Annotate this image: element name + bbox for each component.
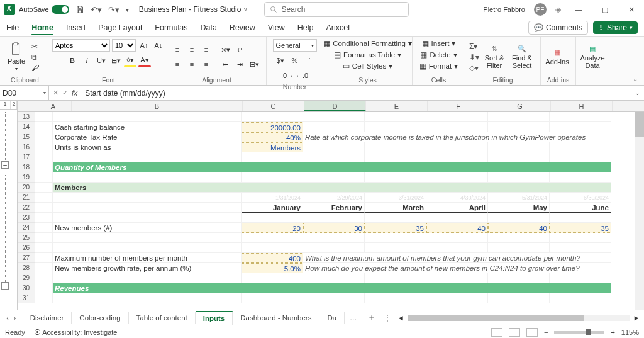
decrease-decimal-icon[interactable]: ←.0: [296, 69, 308, 82]
tab-review[interactable]: Review: [230, 23, 255, 32]
column-headers[interactable]: A B C D E F G H: [18, 101, 644, 112]
comments-button[interactable]: 💬 Comments: [528, 21, 588, 35]
sheet-tab-disclaimer[interactable]: Disclaimer: [23, 312, 72, 324]
qat-overflow-icon[interactable]: ▾: [126, 6, 129, 13]
horizontal-scrollbar[interactable]: ◄►: [394, 314, 644, 322]
format-cells-button[interactable]: ▦ Format ▾: [419, 62, 458, 70]
sort-filter-button[interactable]: ⇅ Sort & Filter: [482, 45, 507, 69]
view-page-break-icon[interactable]: [526, 328, 538, 337]
sheet-tabs-more-icon[interactable]: …: [345, 314, 362, 322]
save-icon[interactable]: [75, 5, 84, 14]
new-sheet-button[interactable]: ＋: [362, 312, 381, 324]
sheet-tab-dashboard-numbers[interactable]: Dashboard - Numbers: [233, 312, 319, 324]
sheet-tab-toc[interactable]: Table of content: [129, 312, 196, 324]
share-button[interactable]: ⇪ Share▾: [593, 21, 638, 34]
cut-icon[interactable]: ✂: [31, 42, 39, 51]
font-name-select[interactable]: Aptos: [52, 39, 110, 52]
currency-icon[interactable]: $▾: [274, 54, 287, 67]
comma-icon[interactable]: ʼ: [303, 54, 316, 67]
align-left-icon[interactable]: ≡: [171, 58, 184, 70]
sheet-tab-overflow[interactable]: Da: [319, 312, 345, 324]
undo-icon[interactable]: ↶▾: [91, 5, 102, 14]
tab-arixcel[interactable]: Arixcel: [326, 23, 350, 32]
diamond-icon[interactable]: ◈: [555, 5, 561, 14]
tab-data[interactable]: Data: [200, 23, 216, 32]
minimize-button[interactable]: —: [570, 1, 587, 18]
sheet-prev-icon[interactable]: ‹: [6, 314, 9, 322]
align-middle-icon[interactable]: ≡: [186, 43, 198, 56]
maximize-button[interactable]: ▢: [596, 1, 614, 18]
outline-gutter[interactable]: – –: [0, 112, 11, 310]
cell-styles-button[interactable]: ▭ Cell Styles ▾: [343, 62, 392, 70]
align-bottom-icon[interactable]: ≡: [200, 43, 213, 56]
clear-icon[interactable]: ◇▾: [469, 64, 479, 72]
close-button[interactable]: ✕: [623, 1, 640, 18]
outline-collapse-icon[interactable]: –: [1, 282, 9, 290]
fill-icon[interactable]: ⬇▾: [469, 53, 479, 62]
tab-formulas[interactable]: Formulas: [155, 23, 187, 32]
row-headers[interactable]: 13141516171819202122232425262728293031: [18, 112, 35, 310]
outline-collapse-icon[interactable]: –: [1, 161, 9, 169]
paste-button[interactable]: Paste ▾: [4, 42, 29, 72]
increase-font-icon[interactable]: A↑: [138, 39, 150, 52]
vertical-scrollbar[interactable]: [635, 112, 644, 310]
tab-page-layout[interactable]: Page Layout: [98, 23, 142, 32]
redo-icon[interactable]: ↷▾: [108, 5, 119, 14]
format-as-table-button[interactable]: ▤ Format as Table ▾: [334, 50, 401, 59]
border-button[interactable]: ⊞▾: [109, 54, 122, 67]
orientation-icon[interactable]: ⤭▾: [219, 43, 231, 56]
percent-icon[interactable]: %: [289, 54, 301, 67]
view-normal-icon[interactable]: [491, 328, 502, 337]
analyze-data-button[interactable]: ▤ Analyze Data: [580, 45, 605, 69]
zoom-in-button[interactable]: +: [611, 329, 614, 336]
fill-color-button[interactable]: ◊▾: [124, 54, 136, 67]
increase-decimal-icon[interactable]: .0→: [281, 69, 294, 82]
underline-button[interactable]: U▾: [95, 54, 108, 67]
tab-home[interactable]: Home: [31, 23, 53, 32]
user-name-label[interactable]: Pietro Fabbro: [483, 6, 525, 13]
decrease-indent-icon[interactable]: ⇤: [219, 58, 231, 70]
sheet-next-icon[interactable]: ›: [14, 314, 16, 322]
number-format-select[interactable]: General▾: [273, 39, 317, 52]
insert-cells-button[interactable]: ▦ Insert ▾: [422, 39, 456, 48]
increase-indent-icon[interactable]: ⇥: [233, 58, 246, 70]
search-input[interactable]: Search: [264, 2, 409, 17]
sheet-tab-inputs[interactable]: Inputs: [196, 311, 233, 325]
document-title[interactable]: Business Plan - Fitness Studio ∨: [139, 5, 248, 14]
wrap-text-icon[interactable]: ↵: [233, 43, 246, 56]
expand-formula-bar-icon[interactable]: ⌄: [631, 90, 644, 96]
align-center-icon[interactable]: ≡: [186, 58, 198, 70]
autosum-icon[interactable]: Σ▾: [469, 42, 479, 51]
tab-view[interactable]: View: [268, 23, 285, 32]
font-size-select[interactable]: 10: [112, 39, 136, 52]
view-page-layout-icon[interactable]: [509, 328, 520, 337]
copy-icon[interactable]: ⧉: [31, 53, 39, 62]
name-box[interactable]: D80 ▾: [0, 86, 49, 100]
sheet-tab-color-coding[interactable]: Color-coding: [72, 312, 128, 324]
formula-input[interactable]: Start date (mm/dd/yyyy): [81, 89, 631, 98]
cancel-formula-icon[interactable]: ✕: [53, 89, 58, 97]
tab-help[interactable]: Help: [297, 23, 314, 32]
avatar[interactable]: PF: [534, 3, 547, 16]
spreadsheet-grid[interactable]: – – 131415161718192021222324252627282930…: [0, 112, 644, 310]
conditional-formatting-button[interactable]: ▦ Conditional Formatting ▾: [323, 39, 412, 48]
autosave-toggle[interactable]: AutoSave: [19, 5, 69, 14]
merge-icon[interactable]: ⊟▾: [248, 58, 260, 70]
bold-button[interactable]: B: [66, 54, 79, 67]
align-right-icon[interactable]: ≡: [200, 58, 213, 70]
fx-icon[interactable]: fx: [72, 89, 77, 98]
accessibility-status[interactable]: ⦿ Accessibility: Investigate: [34, 329, 118, 336]
delete-cells-button[interactable]: ▦ Delete ▾: [420, 50, 457, 59]
collapse-ribbon-icon[interactable]: ⌄: [633, 76, 638, 82]
zoom-level[interactable]: 115%: [621, 329, 639, 336]
font-color-button[interactable]: A▾: [138, 54, 151, 67]
format-painter-icon[interactable]: 🖌: [31, 64, 39, 72]
find-select-button[interactable]: 🔍 Find & Select: [509, 45, 535, 69]
decrease-font-icon[interactable]: A↓: [152, 39, 165, 52]
zoom-slider[interactable]: [554, 331, 604, 334]
align-top-icon[interactable]: ≡: [171, 43, 184, 56]
addins-button[interactable]: ▦ Add-ins: [545, 48, 570, 65]
enter-formula-icon[interactable]: ✓: [62, 89, 68, 97]
zoom-out-button[interactable]: −: [544, 329, 548, 336]
tab-insert[interactable]: Insert: [66, 23, 86, 32]
